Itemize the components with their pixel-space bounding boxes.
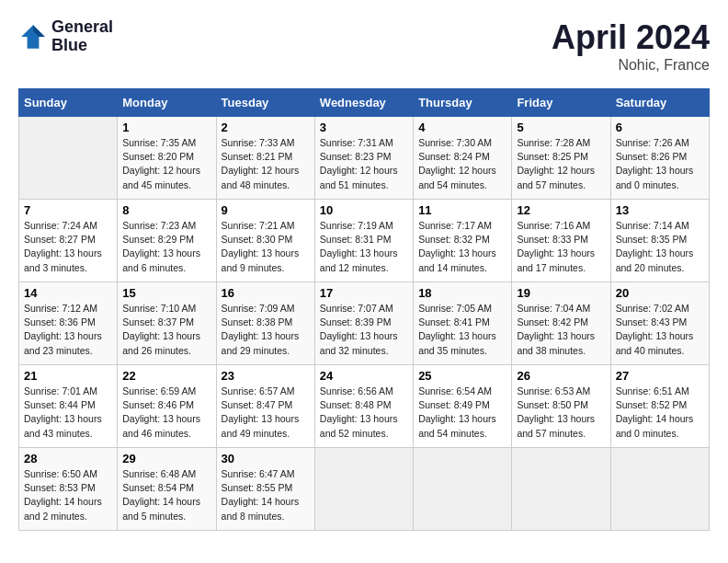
day-info: Sunrise: 7:24 AM Sunset: 8:27 PM Dayligh… <box>24 219 112 275</box>
week-row-4: 21Sunrise: 7:01 AM Sunset: 8:44 PM Dayli… <box>19 365 710 448</box>
cell-w2-d2: 9Sunrise: 7:21 AM Sunset: 8:30 PM Daylig… <box>216 200 314 282</box>
day-number: 20 <box>616 286 704 300</box>
day-number: 14 <box>24 286 112 300</box>
day-info: Sunrise: 7:33 AM Sunset: 8:21 PM Dayligh… <box>222 136 310 192</box>
day-number: 9 <box>222 203 310 217</box>
day-number: 5 <box>517 121 605 134</box>
day-number: 12 <box>517 203 605 217</box>
title-block: April 2024 Nohic, France <box>552 18 710 74</box>
day-info: Sunrise: 7:14 AM Sunset: 8:35 PM Dayligh… <box>616 219 704 275</box>
day-number: 4 <box>418 121 506 134</box>
day-info: Sunrise: 7:17 AM Sunset: 8:32 PM Dayligh… <box>418 219 506 275</box>
week-row-2: 7Sunrise: 7:24 AM Sunset: 8:27 PM Daylig… <box>19 200 710 282</box>
day-number: 28 <box>24 452 112 465</box>
day-info: Sunrise: 6:56 AM Sunset: 8:48 PM Dayligh… <box>320 385 408 441</box>
cell-w3-d4: 18Sunrise: 7:05 AM Sunset: 8:41 PM Dayli… <box>414 282 512 365</box>
day-info: Sunrise: 6:47 AM Sunset: 8:55 PM Dayligh… <box>222 467 310 523</box>
cell-w3-d1: 15Sunrise: 7:10 AM Sunset: 8:37 PM Dayli… <box>118 282 216 365</box>
subtitle: Nohic, France <box>552 57 710 74</box>
cell-w1-d0 <box>19 117 118 200</box>
cell-w5-d0: 28Sunrise: 6:50 AM Sunset: 8:53 PM Dayli… <box>19 448 118 531</box>
cell-w4-d2: 23Sunrise: 6:57 AM Sunset: 8:47 PM Dayli… <box>216 365 314 448</box>
day-number: 25 <box>418 369 506 383</box>
logo: General Blue <box>18 18 113 55</box>
week-row-1: 1Sunrise: 7:35 AM Sunset: 8:20 PM Daylig… <box>19 117 710 200</box>
cell-w4-d6: 27Sunrise: 6:51 AM Sunset: 8:52 PM Dayli… <box>610 365 709 448</box>
cell-w2-d0: 7Sunrise: 7:24 AM Sunset: 8:27 PM Daylig… <box>19 200 118 282</box>
day-info: Sunrise: 6:53 AM Sunset: 8:50 PM Dayligh… <box>517 385 605 441</box>
day-number: 22 <box>122 369 210 383</box>
cell-w5-d2: 30Sunrise: 6:47 AM Sunset: 8:55 PM Dayli… <box>216 448 314 531</box>
day-number: 6 <box>616 121 704 134</box>
day-info: Sunrise: 7:26 AM Sunset: 8:26 PM Dayligh… <box>616 136 704 192</box>
page-header: General Blue April 2024 Nohic, France <box>18 18 710 74</box>
day-number: 17 <box>320 286 408 300</box>
cell-w2-d1: 8Sunrise: 7:23 AM Sunset: 8:29 PM Daylig… <box>118 200 216 282</box>
cell-w1-d4: 4Sunrise: 7:30 AM Sunset: 8:24 PM Daylig… <box>414 117 512 200</box>
cell-w4-d1: 22Sunrise: 6:59 AM Sunset: 8:46 PM Dayli… <box>118 365 216 448</box>
col-monday: Monday <box>118 89 216 117</box>
day-number: 11 <box>418 203 506 217</box>
day-number: 19 <box>517 286 605 300</box>
week-row-5: 28Sunrise: 6:50 AM Sunset: 8:53 PM Dayli… <box>19 448 710 531</box>
cell-w4-d5: 26Sunrise: 6:53 AM Sunset: 8:50 PM Dayli… <box>512 365 610 448</box>
day-info: Sunrise: 7:02 AM Sunset: 8:43 PM Dayligh… <box>616 302 704 358</box>
cell-w5-d4 <box>414 448 512 531</box>
day-info: Sunrise: 7:05 AM Sunset: 8:41 PM Dayligh… <box>418 302 506 358</box>
cell-w3-d0: 14Sunrise: 7:12 AM Sunset: 8:36 PM Dayli… <box>19 282 118 365</box>
cell-w2-d4: 11Sunrise: 7:17 AM Sunset: 8:32 PM Dayli… <box>414 200 512 282</box>
day-info: Sunrise: 7:04 AM Sunset: 8:42 PM Dayligh… <box>517 302 605 358</box>
cell-w3-d2: 16Sunrise: 7:09 AM Sunset: 8:38 PM Dayli… <box>216 282 314 365</box>
week-row-3: 14Sunrise: 7:12 AM Sunset: 8:36 PM Dayli… <box>19 282 710 365</box>
day-number: 8 <box>122 203 210 217</box>
day-info: Sunrise: 6:48 AM Sunset: 8:54 PM Dayligh… <box>122 467 210 523</box>
col-friday: Friday <box>512 89 610 117</box>
cell-w4-d4: 25Sunrise: 6:54 AM Sunset: 8:49 PM Dayli… <box>414 365 512 448</box>
cell-w1-d5: 5Sunrise: 7:28 AM Sunset: 8:25 PM Daylig… <box>512 117 610 200</box>
day-info: Sunrise: 7:23 AM Sunset: 8:29 PM Dayligh… <box>122 219 210 275</box>
day-number: 21 <box>24 369 112 383</box>
cell-w5-d6 <box>610 448 709 531</box>
day-number: 7 <box>24 203 112 217</box>
day-info: Sunrise: 7:31 AM Sunset: 8:23 PM Dayligh… <box>320 136 408 192</box>
day-number: 13 <box>616 203 704 217</box>
day-info: Sunrise: 7:10 AM Sunset: 8:37 PM Dayligh… <box>122 302 210 358</box>
cell-w3-d6: 20Sunrise: 7:02 AM Sunset: 8:43 PM Dayli… <box>610 282 709 365</box>
day-number: 1 <box>122 121 210 134</box>
day-info: Sunrise: 7:35 AM Sunset: 8:20 PM Dayligh… <box>122 136 210 192</box>
cell-w4-d3: 24Sunrise: 6:56 AM Sunset: 8:48 PM Dayli… <box>314 365 413 448</box>
col-sunday: Sunday <box>19 89 118 117</box>
cell-w3-d5: 19Sunrise: 7:04 AM Sunset: 8:42 PM Dayli… <box>512 282 610 365</box>
day-number: 3 <box>320 121 408 134</box>
day-number: 2 <box>222 121 310 134</box>
cell-w5-d3 <box>314 448 413 531</box>
day-number: 23 <box>222 369 310 383</box>
cell-w5-d5 <box>512 448 610 531</box>
col-tuesday: Tuesday <box>216 89 314 117</box>
cell-w1-d6: 6Sunrise: 7:26 AM Sunset: 8:26 PM Daylig… <box>610 117 709 200</box>
day-info: Sunrise: 6:57 AM Sunset: 8:47 PM Dayligh… <box>222 385 310 441</box>
cell-w2-d6: 13Sunrise: 7:14 AM Sunset: 8:35 PM Dayli… <box>610 200 709 282</box>
day-info: Sunrise: 7:19 AM Sunset: 8:31 PM Dayligh… <box>320 219 408 275</box>
cell-w3-d3: 17Sunrise: 7:07 AM Sunset: 8:39 PM Dayli… <box>314 282 413 365</box>
day-number: 30 <box>222 452 310 465</box>
cell-w1-d3: 3Sunrise: 7:31 AM Sunset: 8:23 PM Daylig… <box>314 117 413 200</box>
day-number: 10 <box>320 203 408 217</box>
cell-w2-d3: 10Sunrise: 7:19 AM Sunset: 8:31 PM Dayli… <box>314 200 413 282</box>
day-info: Sunrise: 6:51 AM Sunset: 8:52 PM Dayligh… <box>616 385 704 441</box>
day-info: Sunrise: 7:09 AM Sunset: 8:38 PM Dayligh… <box>222 302 310 358</box>
cell-w4-d0: 21Sunrise: 7:01 AM Sunset: 8:44 PM Dayli… <box>19 365 118 448</box>
day-info: Sunrise: 7:21 AM Sunset: 8:30 PM Dayligh… <box>222 219 310 275</box>
day-info: Sunrise: 6:54 AM Sunset: 8:49 PM Dayligh… <box>418 385 506 441</box>
day-info: Sunrise: 7:12 AM Sunset: 8:36 PM Dayligh… <box>24 302 112 358</box>
day-info: Sunrise: 6:50 AM Sunset: 8:53 PM Dayligh… <box>24 467 112 523</box>
logo-icon <box>18 22 48 52</box>
cell-w2-d5: 12Sunrise: 7:16 AM Sunset: 8:33 PM Dayli… <box>512 200 610 282</box>
day-info: Sunrise: 7:01 AM Sunset: 8:44 PM Dayligh… <box>24 385 112 441</box>
main-title: April 2024 <box>552 18 710 57</box>
day-number: 15 <box>122 286 210 300</box>
cell-w1-d2: 2Sunrise: 7:33 AM Sunset: 8:21 PM Daylig… <box>216 117 314 200</box>
day-number: 26 <box>517 369 605 383</box>
day-info: Sunrise: 7:16 AM Sunset: 8:33 PM Dayligh… <box>517 219 605 275</box>
day-number: 27 <box>616 369 704 383</box>
